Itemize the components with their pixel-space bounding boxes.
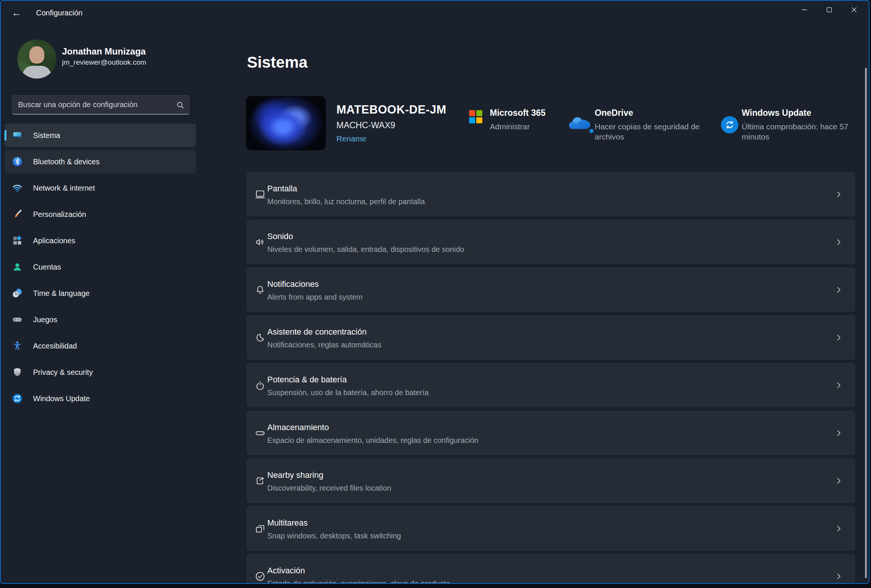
sidebar-item-label: Sistema (33, 131, 60, 140)
sidebar-item-privacy-security[interactable]: Privacy & security (5, 361, 196, 384)
close-icon (850, 6, 858, 14)
sidebar-item-label: Time & language (33, 289, 89, 298)
storage-drive-icon (254, 427, 267, 439)
chevron-right-icon (835, 190, 843, 199)
accessibility-icon (12, 341, 23, 351)
row-title: Multitareas (267, 518, 401, 528)
microsoft-logo-icon (469, 110, 483, 124)
row-subtitle: Monitores, brillo, luz nocturna, perfil … (267, 197, 425, 206)
settings-window: ← Configuración Jonathan Munizaga jm_rev… (0, 0, 869, 584)
sidebar-item-cuentas[interactable]: Cuentas (5, 255, 196, 279)
page-title: Sistema (247, 53, 308, 71)
settings-row-sonido[interactable]: Sonido Niveles de volumen, salida, entra… (247, 220, 855, 264)
maximize-button[interactable] (817, 1, 842, 19)
caption-buttons (792, 1, 866, 19)
sidebar-item-label: Personalización (33, 210, 86, 219)
moon-icon (254, 331, 267, 344)
sidebar-item-label: Accesibilidad (33, 342, 77, 350)
rename-link[interactable]: Rename (336, 134, 366, 143)
windows-update-card[interactable]: Windows Update Última comprobación: hace… (721, 108, 868, 142)
row-subtitle: Alerts from apps and system (267, 293, 362, 302)
minimize-icon (800, 6, 809, 14)
chevron-right-icon (835, 477, 843, 485)
row-subtitle: Espacio de almacenamiento, unidades, reg… (267, 436, 478, 445)
chevron-right-icon (835, 429, 843, 437)
bluetooth-icon (12, 156, 23, 167)
settings-row-activacion[interactable]: Activación Estado de activación, suscrip… (247, 554, 855, 584)
settings-row-multitareas[interactable]: Multitareas Snap windows, desktops, task… (247, 506, 855, 550)
multitask-windows-icon (254, 522, 267, 535)
avatar-head (29, 46, 44, 64)
onedrive-card[interactable]: OneDrive Hacer copias de seguridad de ar… (567, 108, 706, 142)
row-title: Potencia & de batería (267, 375, 429, 385)
speaker-icon (254, 236, 267, 249)
device-model: MACHC-WAX9 (336, 120, 395, 130)
chevron-right-icon (835, 238, 843, 246)
row-subtitle: Suspensión, uso de la batería, ahorro de… (267, 388, 429, 397)
sidebar-item-time-language[interactable]: Time & language (5, 282, 196, 305)
apps-icon (12, 235, 23, 246)
sidebar-item-accesibilidad[interactable]: Accesibilidad (5, 334, 196, 358)
search-icon[interactable] (176, 100, 185, 110)
paintbrush-icon (12, 209, 23, 220)
bell-icon (254, 283, 267, 296)
chevron-right-icon (835, 381, 843, 389)
back-arrow-icon: ← (12, 7, 21, 18)
row-title: Pantalla (267, 184, 425, 194)
wifi-icon (12, 183, 23, 193)
settings-row-notificaciones[interactable]: Notificaciones Alerts from apps and syst… (247, 268, 855, 312)
sidebar-item-label: Privacy & security (33, 368, 93, 377)
close-button[interactable] (842, 1, 866, 19)
sidebar-item-aplicaciones[interactable]: Aplicaciones (5, 229, 196, 252)
row-title: Nearby sharing (267, 470, 391, 480)
row-title: Almacenamiento (267, 423, 478, 432)
windows-update-icon (12, 393, 23, 404)
settings-row-almacenamiento[interactable]: Almacenamiento Espacio de almacenamiento… (247, 411, 855, 455)
row-subtitle: Estado de activación, suscripciones, cla… (267, 579, 450, 584)
sidebar-item-label: Bluetooth & devices (33, 158, 100, 166)
search-box (12, 95, 189, 115)
shield-icon (12, 367, 23, 377)
chevron-right-icon (835, 286, 843, 294)
sidebar-item-label: Windows Update (33, 394, 90, 403)
sidebar-item-label: Network & internet (33, 184, 95, 192)
chevron-right-icon (835, 333, 843, 342)
settings-row-potencia-bateria[interactable]: Potencia & de batería Suspensión, uso de… (247, 363, 855, 407)
power-icon (254, 379, 267, 392)
scrollbar[interactable] (865, 68, 867, 578)
search-input[interactable] (12, 95, 189, 114)
row-title: Notificaciones (267, 279, 362, 289)
avatar[interactable] (17, 39, 56, 79)
sidebar-item-label: Cuentas (33, 263, 61, 271)
minimize-button[interactable] (792, 1, 817, 19)
settings-row-nearby-sharing[interactable]: Nearby sharing Discoverability, received… (247, 459, 855, 503)
avatar-shoulders (23, 66, 51, 79)
time-language-icon (12, 288, 23, 299)
row-title: Activación (267, 566, 450, 576)
account-icon (12, 262, 23, 272)
sidebar-item-juegos[interactable]: Juegos (5, 308, 196, 331)
selection-pill (5, 130, 6, 141)
microsoft-365-card[interactable]: Microsoft 365 Administrar (469, 108, 545, 132)
settings-row-pantalla[interactable]: Pantalla Monitores, brillo, luz nocturna… (247, 172, 855, 216)
sidebar-item-label: Juegos (33, 315, 58, 324)
row-subtitle: Discoverability, received files location (267, 484, 391, 493)
window-title: Configuración (36, 9, 82, 17)
row-title: Sonido (267, 232, 464, 241)
back-button[interactable]: ← (9, 6, 24, 20)
sidebar-item-bluetooth-devices[interactable]: Bluetooth & devices (5, 150, 196, 173)
sidebar-item-network-internet[interactable]: Network & internet (5, 176, 196, 200)
sidebar-item-windows-update[interactable]: Windows Update (5, 387, 196, 410)
chevron-right-icon (835, 524, 843, 533)
device-thumbnail (247, 97, 325, 149)
sidebar-item-personalizacion[interactable]: Personalización (5, 203, 196, 226)
sidebar-nav: Sistema Bluetooth & devices Network & in… (5, 124, 196, 413)
settings-row-asistente-concentracion[interactable]: Asistente de concentración Notificacione… (247, 315, 855, 359)
promo-subtitle: Administrar (490, 121, 545, 132)
sidebar-item-sistema[interactable]: Sistema (5, 124, 196, 147)
check-circle-icon (254, 570, 267, 583)
row-subtitle: Snap windows, desktops, task switching (267, 532, 401, 540)
display-icon (254, 188, 267, 201)
chevron-right-icon (835, 572, 843, 580)
onedrive-icon (567, 115, 591, 131)
